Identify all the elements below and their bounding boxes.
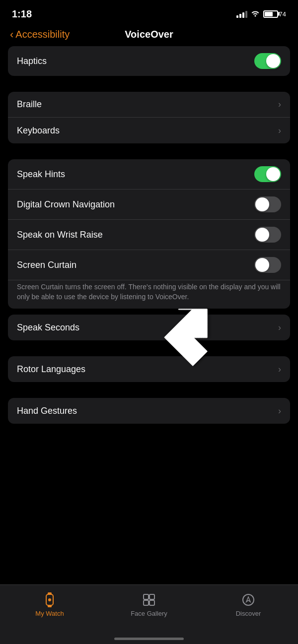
rotor-languages-section: Rotor Languages ›	[8, 356, 290, 382]
discover-icon	[240, 592, 256, 608]
speak-seconds-chevron-icon: ›	[278, 322, 281, 333]
svg-marker-10	[246, 597, 250, 602]
nav-bar: ‹ Accessibility VoiceOver	[0, 25, 298, 46]
speak-section: Speak Hints Digital Crown Navigation Spe…	[8, 159, 290, 309]
status-time: 1:18	[12, 8, 32, 20]
keyboards-label: Keyboards	[17, 126, 60, 136]
toggle-thumb	[255, 197, 269, 211]
settings-content: Haptics Braille › Keyboards › Speak Hint…	[0, 46, 298, 430]
speak-hints-toggle[interactable]	[254, 166, 281, 182]
back-label: Accessibility	[15, 29, 70, 40]
tab-discover[interactable]: Discover	[199, 590, 298, 617]
digital-crown-label: Digital Crown Navigation	[17, 199, 115, 210]
screen-curtain-description: Screen Curtain turns the screen off. The…	[8, 278, 290, 309]
svg-rect-7	[144, 600, 149, 605]
hand-gestures-label: Hand Gestures	[17, 406, 77, 416]
tab-bar: My Watch Face Gallery Discover	[0, 584, 298, 644]
tab-face-gallery-label: Face Gallery	[131, 610, 167, 617]
battery-level: 74	[279, 10, 286, 18]
tab-my-watch-label: My Watch	[35, 610, 64, 617]
tab-face-gallery[interactable]: Face Gallery	[99, 590, 199, 617]
speak-seconds-label: Speak Seconds	[17, 322, 79, 333]
status-bar: 1:18 74	[0, 0, 298, 25]
hand-gestures-section: Hand Gestures ›	[8, 398, 290, 424]
hand-gestures-row[interactable]: Hand Gestures ›	[8, 398, 290, 424]
braille-chevron-icon: ›	[278, 99, 281, 110]
face-gallery-icon	[141, 592, 157, 608]
tab-my-watch[interactable]: My Watch	[0, 590, 99, 617]
digital-crown-row: Digital Crown Navigation	[8, 190, 290, 220]
braille-row[interactable]: Braille ›	[8, 92, 290, 118]
back-button[interactable]: ‹ Accessibility	[10, 29, 70, 40]
svg-point-4	[48, 598, 51, 601]
page-title: VoiceOver	[125, 29, 173, 40]
svg-rect-2	[48, 592, 52, 595]
rotor-languages-chevron-icon: ›	[278, 364, 281, 375]
svg-rect-3	[48, 605, 52, 607]
hand-gestures-chevron-icon: ›	[278, 406, 281, 416]
braille-label: Braille	[17, 99, 42, 110]
screen-curtain-label: Screen Curtain	[17, 260, 76, 270]
tab-discover-label: Discover	[236, 610, 261, 617]
haptics-section: Haptics	[8, 46, 290, 76]
speak-wrist-toggle[interactable]	[254, 227, 281, 243]
speak-wrist-row: Speak on Wrist Raise	[8, 220, 290, 250]
keyboards-row[interactable]: Keyboards ›	[8, 118, 290, 143]
haptics-label: Haptics	[17, 56, 47, 66]
rotor-languages-row[interactable]: Rotor Languages ›	[8, 356, 290, 382]
wifi-icon	[250, 9, 260, 19]
speak-wrist-label: Speak on Wrist Raise	[17, 230, 103, 240]
svg-rect-5	[144, 594, 149, 599]
toggle-thumb	[255, 228, 269, 242]
toggle-thumb	[266, 167, 280, 181]
speak-hints-row: Speak Hints	[8, 159, 290, 190]
speak-seconds-section: Speak Seconds ›	[8, 315, 290, 340]
status-icons: 74	[236, 9, 286, 19]
svg-rect-8	[149, 600, 154, 605]
svg-rect-6	[149, 594, 154, 599]
signal-icon	[236, 10, 247, 18]
battery-indicator: 74	[263, 10, 286, 18]
speak-hints-label: Speak Hints	[17, 169, 65, 180]
back-chevron-icon: ‹	[10, 29, 13, 40]
haptics-toggle[interactable]	[254, 53, 281, 69]
toggle-thumb	[255, 258, 269, 272]
speak-seconds-row[interactable]: Speak Seconds ›	[8, 315, 290, 340]
home-indicator	[114, 638, 184, 640]
watch-icon	[42, 592, 58, 608]
screen-curtain-toggle[interactable]	[254, 257, 281, 273]
screen-curtain-row: Screen Curtain	[8, 250, 290, 280]
toggle-thumb	[266, 54, 280, 68]
rotor-languages-label: Rotor Languages	[17, 364, 85, 375]
digital-crown-toggle[interactable]	[254, 196, 281, 212]
haptics-row: Haptics	[8, 46, 290, 76]
braille-keyboards-section: Braille › Keyboards ›	[8, 92, 290, 143]
keyboards-chevron-icon: ›	[278, 126, 281, 136]
